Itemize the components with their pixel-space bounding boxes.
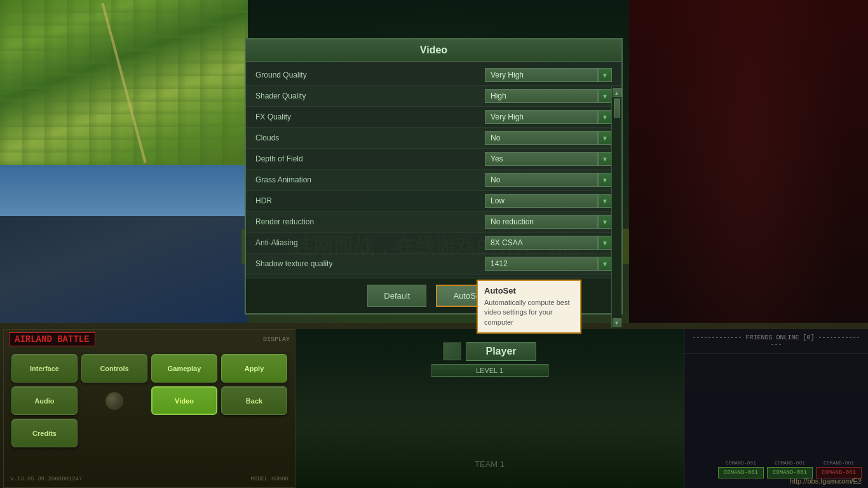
menu-btn-video[interactable]: Video [151,386,217,415]
middle-scene: Player LEVEL 1 TEAM 1 [295,329,684,488]
menu-btn-interface[interactable]: Interface [11,354,78,383]
menu-btn-audio[interactable]: Audio [11,386,78,415]
team-label: TEAM 1 [475,459,505,469]
default-button[interactable]: Default [367,285,426,307]
setting-label-6: HDR [255,196,485,205]
tooltip-body: Automatically compute best video setting… [484,298,574,327]
dropdown-arrow-6[interactable]: ▼ [598,194,612,208]
setting-dropdown-9[interactable]: 1412 [485,257,598,271]
player-name: Player [466,342,536,361]
player-row: Player [443,342,536,361]
cmd-btn-3-group: COMAND-001 COMAND-001 [816,460,862,478]
scroll-down-button[interactable]: ▼ [613,318,621,327]
command-buttons-area: COMAND-001 COMAND-001 COMAND-001 COMAND-… [718,460,862,478]
cmd-btn-2-group: COMAND-001 COMAND-001 [767,460,813,478]
player-level: LEVEL 1 [431,364,548,377]
setting-label-5: Grass Animation [255,175,485,184]
setting-label-1: Shader Quality [255,92,485,100]
setting-value-9: 1412 ▼ [485,257,612,271]
setting-row: Clouds No ▼ [246,128,621,149]
friends-panel: ------------- FRIENDS ONLINE [0] -------… [684,329,868,488]
tooltip-title: AutoSet [484,286,574,295]
setting-value-1: High ▼ [485,89,612,103]
unit-header: AIRLAND BATTLE DISPLAY [4,330,295,349]
autoset-tooltip: AutoSet Automatically compute best video… [477,280,581,334]
dropdown-arrow-2[interactable]: ▼ [598,110,612,124]
menu-btn-back[interactable]: Back [221,386,287,415]
website-url: http://bbs.tgam.com/E2 [790,477,862,485]
setting-dropdown-4[interactable]: Yes [485,152,598,166]
setting-value-5: No ▼ [485,173,612,187]
setting-value-6: Low ▼ [485,194,612,208]
dialog-title: Video [420,44,447,55]
setting-row: Render reduction No reduction ▼ [246,212,621,233]
setting-row: Anti-Aliasing 8X CSAA ▼ [246,233,621,254]
setting-row: Shadow texture quality 1412 ▼ [246,254,621,274]
setting-label-9: Shadow texture quality [255,259,485,268]
unit-title: AIRLAND BATTLE [9,332,95,346]
setting-row: Grass Animation No ▼ [246,170,621,191]
dropdown-arrow-7[interactable]: ▼ [598,215,612,229]
setting-label-2: FX Quality [255,112,485,121]
dropdown-arrow-8[interactable]: ▼ [598,236,612,250]
setting-dropdown-5[interactable]: No [485,173,598,187]
cmd-btn-1-group: COMAND-001 COMAND-001 [718,460,764,478]
menu-btn-apply[interactable]: Apply [221,354,287,383]
scroll-track [614,98,620,317]
setting-value-2: Very High ▼ [485,110,612,124]
dropdown-arrow-5[interactable]: ▼ [598,173,612,187]
setting-dropdown-3[interactable]: No [485,131,598,145]
setting-label-8: Anti-Aliasing [255,238,485,247]
setting-dropdown-8[interactable]: 8X CSAA [485,236,598,250]
knob-control [81,386,147,415]
setting-row: Shadow anti-aliasing High ▼ [246,274,621,278]
volume-knob[interactable] [105,392,123,410]
setting-dropdown-1[interactable]: High [485,89,598,103]
dropdown-arrow-1[interactable]: ▼ [598,89,612,103]
version-label: v.13.05.39.2060001247 [10,476,82,482]
setting-dropdown-0[interactable]: Very High [485,68,598,82]
setting-row: Depth of Field Yes ▼ [246,149,621,170]
command-button-1[interactable]: COMAND-001 [718,467,764,478]
setting-row: Shader Quality High ▼ [246,86,621,107]
player-info: Player LEVEL 1 [431,342,548,377]
setting-value-7: No reduction ▼ [485,215,612,229]
menu-btn-controls[interactable]: Controls [81,354,147,383]
control-unit: AIRLAND BATTLE DISPLAY InterfaceControls… [3,329,295,488]
setting-row: HDR Low ▼ [246,191,621,212]
setting-dropdown-7[interactable]: No reduction [485,215,598,229]
bottom-panel: AIRLAND BATTLE DISPLAY InterfaceControls… [0,323,868,488]
dropdown-arrow-3[interactable]: ▼ [598,131,612,145]
setting-label-7: Render reduction [255,217,485,226]
settings-list: Ground Quality Very High ▼ Shader Qualit… [246,62,621,278]
setting-label-0: Ground Quality [255,71,485,79]
setting-label-4: Depth of Field [255,154,485,163]
scroll-thumb[interactable] [614,98,620,118]
setting-value-0: Very High ▼ [485,68,612,82]
setting-value-4: Yes ▼ [485,152,612,166]
scrollbar: ▲ ▼ [611,87,621,329]
setting-value-8: 8X CSAA ▼ [485,236,612,250]
setting-row: FX Quality Very High ▼ [246,107,621,128]
setting-dropdown-6[interactable]: Low [485,194,598,208]
setting-dropdown-2[interactable]: Very High [485,110,598,124]
setting-row: Ground Quality Very High ▼ [246,65,621,86]
setting-value-3: No ▼ [485,131,612,145]
video-dialog: Video Ground Quality Very High ▼ Shader … [245,38,623,315]
dropdown-arrow-9[interactable]: ▼ [598,257,612,271]
aerial-view [0,0,248,165]
dropdown-arrow-0[interactable]: ▼ [598,68,612,82]
dialog-title-bar: Video [246,39,621,62]
player-icon [443,342,461,360]
scroll-up-button[interactable]: ▲ [613,88,621,97]
menu-buttons-grid: InterfaceControlsGameplayApplyAudioVideo… [4,349,295,452]
menu-btn-gameplay[interactable]: Gameplay [151,354,217,383]
model-label: MODEL H3000 [251,476,288,482]
display-label: DISPLAY [263,336,290,343]
friends-header: ------------- FRIENDS ONLINE [0] -------… [684,329,868,354]
menu-btn-credits[interactable]: Credits [11,419,78,447]
dropdown-arrow-4[interactable]: ▼ [598,152,612,166]
setting-label-3: Clouds [255,133,485,142]
